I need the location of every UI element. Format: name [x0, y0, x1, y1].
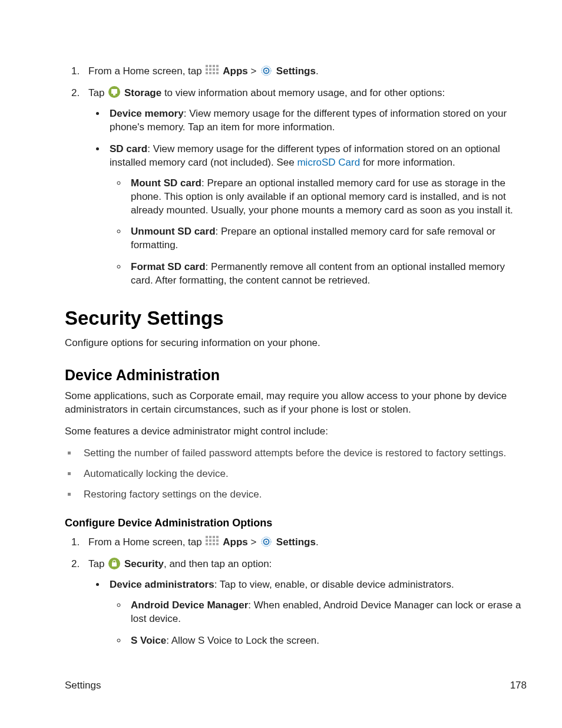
heading-configure-device-admin: Configure Device Administration Options [65, 516, 527, 530]
option-title: Android Device Manager [131, 599, 248, 611]
list-item: Android Device Manager: When enabled, An… [127, 599, 527, 626]
list-item: Unmount SD card: Prepare an optional ins… [127, 225, 527, 252]
storage-icon [108, 86, 120, 98]
list-item: SD card: View memory usage for the diffe… [106, 143, 527, 288]
option-title: Device administrators [110, 579, 214, 590]
apps-grid-icon [206, 536, 219, 548]
footer-section: Settings [65, 679, 101, 693]
apps-label: Apps [223, 536, 248, 548]
admin-features-list: Setting the number of failed password at… [78, 447, 527, 502]
option-title: S Voice [131, 635, 166, 646]
option-title: Device memory [110, 108, 184, 119]
microsd-link[interactable]: microSD Card [297, 157, 360, 168]
option-title: Mount SD card [131, 177, 201, 189]
security-intro: Configure options for securing informati… [65, 337, 527, 350]
svg-point-5 [266, 541, 267, 542]
apps-grid-icon [206, 65, 219, 77]
paragraph: Some features a device administrator mig… [65, 425, 527, 439]
list-item: Mount SD card: Prepare an optional insta… [127, 177, 527, 218]
document-page: From a Home screen, tap Apps > Settings.… [0, 0, 562, 728]
option-desc: for more information. [360, 157, 455, 168]
settings-gear-icon [260, 536, 272, 548]
list-item: S Voice: Allow S Voice to Lock the scree… [127, 634, 527, 648]
security-options-list: Device administrators: Tap to view, enab… [106, 578, 527, 648]
heading-security-settings: Security Settings [65, 305, 527, 332]
period: . [316, 65, 319, 77]
text: From a Home screen, tap [88, 65, 202, 77]
storage-options-list: Device memory: View memory usage for the… [106, 107, 527, 288]
option-title: SD card [110, 143, 147, 154]
list-item: Format SD card: Permanently remove all c… [127, 261, 527, 288]
svg-point-2 [266, 70, 267, 71]
text: to view information about memory usage, … [161, 87, 445, 98]
period: . [316, 536, 319, 548]
text: Tap [88, 558, 107, 569]
device-admin-sublist: Android Device Manager: When enabled, An… [127, 599, 527, 648]
apps-label: Apps [223, 65, 248, 77]
option-desc: : Allow S Voice to Lock the screen. [166, 635, 319, 646]
text: , and then tap an option: [164, 558, 272, 569]
option-title: Unmount SD card [131, 226, 216, 237]
paragraph: Some applications, such as Corporate ema… [65, 390, 527, 417]
list-item: Setting the number of failed password at… [78, 447, 527, 460]
text: Tap [88, 87, 107, 98]
page-footer: Settings 178 [65, 679, 527, 693]
list-item: Device memory: View memory usage for the… [106, 107, 527, 134]
security-steps-list: From a Home screen, tap Apps > Settings.… [82, 536, 527, 648]
step-item: Tap Security, and then tap an option: De… [82, 558, 527, 648]
list-item: Device administrators: Tap to view, enab… [106, 578, 527, 648]
text: From a Home screen, tap [88, 536, 202, 548]
sd-sublist: Mount SD card: Prepare an optional insta… [127, 177, 527, 288]
separator: > [250, 65, 259, 77]
lock-icon [108, 558, 120, 569]
step-item: Tap Storage to view information about me… [82, 87, 527, 288]
storage-label: Storage [124, 87, 161, 98]
option-title: Format SD card [131, 261, 206, 272]
security-label: Security [124, 558, 164, 569]
step-item: From a Home screen, tap Apps > Settings. [82, 65, 527, 78]
option-desc: : Tap to view, enable, or disable device… [214, 579, 454, 590]
step-item: From a Home screen, tap Apps > Settings. [82, 536, 527, 549]
settings-label: Settings [276, 536, 316, 548]
settings-label: Settings [276, 65, 316, 77]
list-item: Restoring factory settings on the device… [78, 488, 527, 502]
page-number: 178 [510, 679, 527, 693]
separator: > [250, 536, 259, 548]
heading-device-administration: Device Administration [65, 365, 527, 386]
list-item: Automatically locking the device. [78, 467, 527, 481]
storage-steps-list: From a Home screen, tap Apps > Settings.… [82, 65, 527, 288]
settings-gear-icon [260, 65, 272, 77]
